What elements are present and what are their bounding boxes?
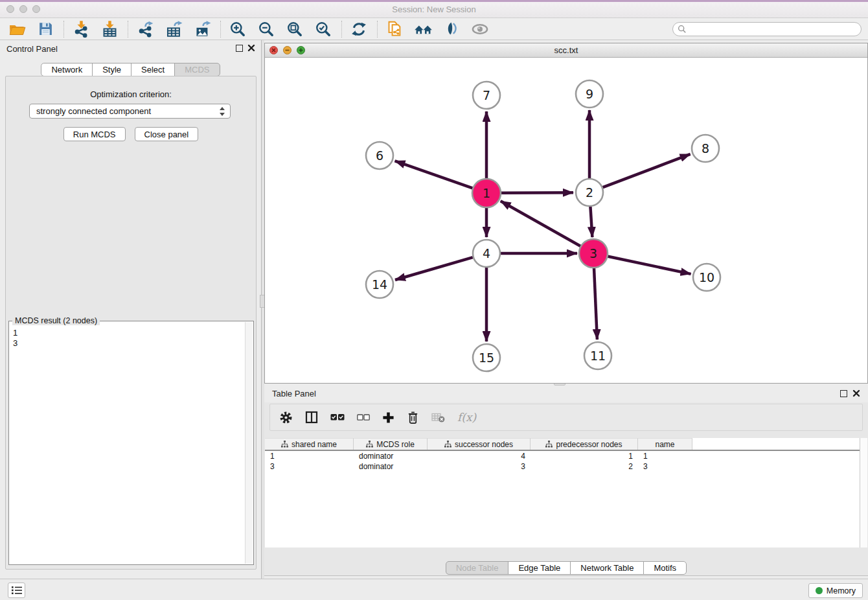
table-cell[interactable]: 1 (265, 451, 354, 461)
table-row[interactable]: 1dominator411 (265, 451, 867, 461)
table-body: 1dominator4113dominator323 (265, 451, 867, 472)
edge-1-2[interactable] (501, 192, 573, 193)
mcds-result-line: 1 (13, 328, 244, 338)
close-panel-button[interactable]: Close panel (135, 127, 199, 141)
tab-network-table[interactable]: Network Table (570, 561, 644, 575)
node-label: 11 (590, 349, 606, 363)
node-6[interactable]: 6 (366, 142, 393, 169)
add-column-button[interactable] (382, 409, 394, 426)
edge-1-6[interactable] (395, 161, 474, 188)
edge-2-8[interactable] (603, 154, 691, 187)
node-9[interactable]: 9 (576, 80, 603, 108)
save-session-button[interactable] (35, 19, 56, 39)
search-input[interactable] (687, 23, 861, 35)
save-floppy-icon (38, 21, 54, 37)
float-panel-icon[interactable] (840, 390, 847, 397)
tab-motifs[interactable]: Motifs (643, 561, 687, 575)
node-14[interactable]: 14 (366, 271, 393, 298)
open-folder-icon (8, 20, 26, 38)
search-field[interactable] (672, 22, 862, 36)
network-canvas[interactable]: 1234678910111415 (265, 58, 867, 383)
column-header-name[interactable]: name (638, 438, 692, 450)
export-table-button[interactable] (163, 19, 184, 39)
table-cell[interactable]: 3 (638, 461, 692, 472)
edge-3-11[interactable] (594, 268, 597, 340)
table-panel-header: Table Panel (264, 386, 868, 402)
checked-boxes-icon (330, 413, 345, 421)
edge-4-14[interactable] (395, 257, 473, 280)
apply-preferred-layout-button[interactable] (348, 19, 369, 39)
toolbar-separator (341, 21, 342, 38)
select-stepper-icon (219, 106, 225, 117)
delete-columns-button[interactable] (407, 409, 419, 426)
node-11[interactable]: 11 (584, 342, 611, 369)
table-cell[interactable]: 1 (638, 451, 692, 461)
table-cell[interactable]: 3 (265, 461, 354, 472)
node-8[interactable]: 8 (692, 135, 719, 162)
column-browser-button[interactable] (305, 409, 318, 426)
mcds-result-box: MCDS result (2 nodes) 13 (8, 321, 254, 565)
node-2[interactable]: 2 (576, 179, 603, 206)
export-network-button[interactable] (135, 19, 155, 39)
memory-button[interactable]: Memory (808, 583, 863, 598)
run-mcds-button[interactable]: Run MCDS (63, 127, 126, 141)
zoom-in-button[interactable] (227, 19, 248, 39)
network-window-titlebar: scc.txt (265, 43, 867, 58)
table-cell[interactable]: dominator (354, 461, 428, 472)
control-panel-tabs: NetworkStyleSelectMCDS (0, 63, 261, 76)
import-network-button[interactable] (71, 19, 91, 39)
open-session-button[interactable] (6, 19, 27, 39)
zoom-out-button[interactable] (256, 19, 277, 39)
table-cell[interactable]: 3 (428, 461, 531, 472)
node-7[interactable]: 7 (473, 82, 500, 109)
unselect-all-columns-button[interactable] (357, 409, 370, 426)
show-hide-panels-button[interactable] (470, 19, 490, 39)
column-header-successor-nodes[interactable]: successor nodes (428, 438, 531, 450)
fit-content-button[interactable] (284, 19, 305, 39)
column-header-predecessor-nodes[interactable]: predecessor nodes (531, 438, 638, 450)
node-label: 7 (483, 88, 490, 102)
table-cell[interactable]: 1 (531, 451, 638, 461)
close-panel-icon[interactable] (247, 44, 255, 52)
tab-edge-table[interactable]: Edge Table (508, 561, 571, 575)
home-button[interactable] (413, 19, 433, 39)
select-all-columns-button[interactable] (330, 409, 345, 426)
import-table-button[interactable] (99, 19, 120, 39)
edge-3-10[interactable] (608, 257, 691, 274)
result-scrollbar[interactable] (245, 322, 253, 564)
node-label: 8 (702, 141, 709, 156)
table-scrollbar[interactable] (860, 438, 867, 548)
float-panel-icon[interactable] (236, 45, 243, 52)
tab-select[interactable]: Select (131, 63, 175, 76)
table-row[interactable]: 3dominator323 (265, 461, 867, 472)
zoom-in-icon (229, 21, 246, 38)
node-4[interactable]: 4 (473, 240, 500, 267)
column-header-mcds-role[interactable]: MCDS role (354, 438, 428, 450)
node-3[interactable]: 3 (579, 239, 608, 268)
tab-node-table[interactable]: Node Table (446, 561, 509, 575)
edge-3-1[interactable] (501, 201, 581, 246)
criterion-select[interactable]: strongly connected component (29, 104, 231, 119)
tab-network[interactable]: Network (41, 63, 93, 76)
node-10[interactable]: 10 (693, 264, 720, 291)
table-cell[interactable]: 4 (428, 451, 531, 461)
table-cell[interactable]: 2 (531, 461, 638, 472)
column-label: predecessor nodes (556, 440, 622, 449)
node-1[interactable]: 1 (472, 179, 501, 207)
export-image-button[interactable] (192, 19, 212, 39)
task-history-button[interactable] (8, 583, 25, 598)
edge-2-3[interactable] (590, 207, 592, 237)
zoom-selected-button[interactable] (313, 19, 334, 39)
vizmapper-button[interactable] (441, 19, 462, 39)
vizmapper-swoosh-icon (443, 20, 461, 38)
column-header-shared-name[interactable]: shared name (265, 438, 354, 450)
tab-style[interactable]: Style (92, 63, 131, 76)
tab-mcds[interactable]: MCDS (174, 63, 220, 76)
node-15[interactable]: 15 (473, 344, 500, 371)
node-table: shared nameMCDS rolesuccessor nodesprede… (265, 438, 867, 548)
clone-network-button[interactable] (384, 19, 405, 39)
column-label: successor nodes (455, 440, 513, 449)
table-options-button[interactable] (279, 409, 293, 426)
table-cell[interactable]: dominator (354, 451, 428, 461)
close-panel-icon[interactable] (852, 389, 860, 397)
